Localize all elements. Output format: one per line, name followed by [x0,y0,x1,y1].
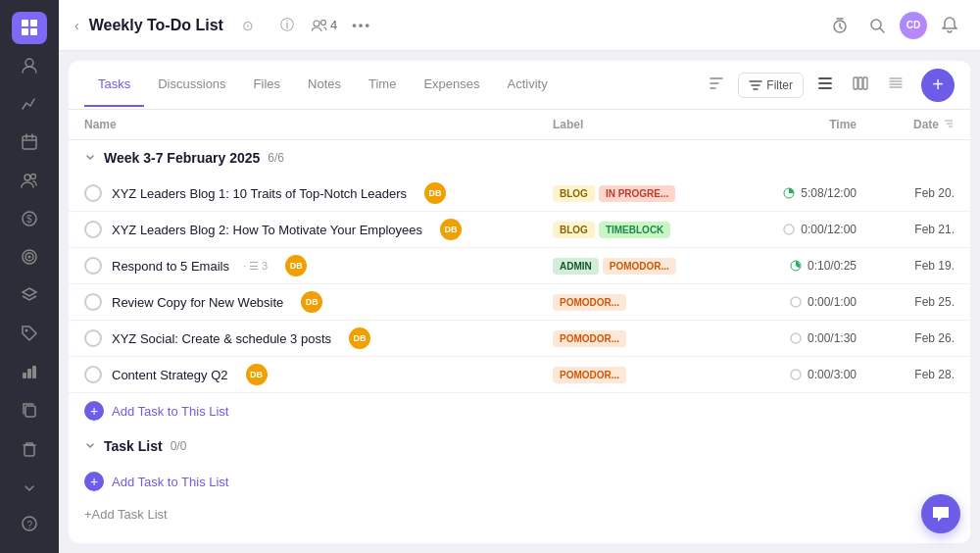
sidebar-icon-help[interactable]: ? [12,506,47,541]
svg-rect-5 [23,136,36,149]
chat-bubble-button[interactable] [921,494,960,533]
filter-button[interactable]: Filter [738,73,804,98]
sidebar-icon-people[interactable] [12,165,47,197]
sidebar-icon-dollar[interactable]: $ [12,203,47,235]
group-title: Task List [104,438,163,454]
table-row: Content Strategy Q2 DB POMODOR... 0:00/3… [69,357,970,393]
sidebar-icon-trash[interactable] [12,431,47,467]
sidebar-icon-grid[interactable] [12,12,47,44]
task-avatar: DB [349,327,370,349]
task-checkbox[interactable] [84,329,102,347]
task-checkbox[interactable] [84,293,102,311]
sidebar-icon-user[interactable] [12,50,47,82]
table-row: XYZ Leaders Blog 2: How To Motivate Your… [69,212,970,248]
table-row: Respond to 5 Emails · ☰ 3 DB ADMIN POMOD… [69,248,970,284]
svg-rect-0 [22,20,28,26]
table-header: Name Label Time Date [69,110,970,140]
label-blog[interactable]: BLOG [553,222,595,238]
main-area: ‹ Weekly To-Do List ⊙ ⓘ 4 ••• CD [59,0,980,553]
date-cell: Feb 20. [857,186,955,200]
task-subtask: · ☰ 3 [243,260,268,273]
label-status[interactable]: POMODOR... [553,294,626,311]
task-checkbox[interactable] [84,366,102,383]
back-button[interactable]: ‹ [74,18,79,33]
time-cell: 0:10/0:25 [729,259,857,273]
tab-discussions[interactable]: Discussions [144,63,239,107]
time-cell: 0:00/1:00 [729,295,857,309]
svg-rect-18 [23,373,26,378]
status-icon[interactable]: ⊙ [233,11,263,40]
task-avatar: DB [246,364,268,385]
date-cell: Feb 19. [857,259,955,273]
time-value: 0:10/0:25 [808,259,857,273]
svg-text:?: ? [27,520,33,530]
date-cell: Feb 28. [857,368,955,381]
svg-point-54 [791,370,801,379]
header-name: Name [84,118,553,131]
add-task-list-button[interactable]: +Add Task List [69,499,970,529]
sidebar-icon-calendar[interactable] [12,126,47,159]
svg-point-10 [31,175,36,179]
view-density-button[interactable] [882,73,909,98]
sidebar-icon-target[interactable] [12,240,47,273]
label-status[interactable]: POMODOR... [553,330,626,347]
task-checkbox[interactable] [84,257,102,275]
sort-button[interactable] [703,73,730,98]
svg-rect-20 [32,366,36,378]
svg-point-52 [791,297,801,307]
date-cell: Feb 26. [857,331,955,345]
sidebar-icon-collapse[interactable] [12,471,47,506]
view-list-button[interactable] [811,73,839,98]
add-task-button[interactable]: + [921,69,955,102]
time-cell: 0:00/1:30 [729,331,857,345]
svg-point-4 [25,59,33,67]
avatar[interactable]: CD [900,12,927,39]
sidebar-icon-bar-chart[interactable] [12,355,47,387]
sidebar-icon-tag[interactable] [12,317,47,349]
task-name: XYZ Social: Create & schedule 3 posts [112,331,331,346]
tab-activity[interactable]: Activity [494,63,562,107]
label-cell: POMODOR... [553,330,729,347]
search-icon[interactable] [862,11,892,40]
table-row: Review Copy for New Website DB POMODOR..… [69,284,970,321]
time-value: 0:00/12:00 [801,223,857,236]
view-column-button[interactable] [847,73,874,98]
svg-rect-2 [22,28,28,35]
label-status[interactable]: IN PROGRE... [599,185,675,202]
svg-rect-41 [863,77,867,89]
bell-icon[interactable] [935,11,964,40]
task-checkbox[interactable] [84,221,102,238]
tab-files[interactable]: Files [240,63,294,107]
label-status[interactable]: TIMEBLOCK [599,222,670,238]
sidebar-icon-copy[interactable] [12,393,47,426]
sidebar: $ ? [0,0,59,553]
info-icon[interactable]: ⓘ [272,11,302,40]
svg-rect-21 [25,406,35,417]
add-task-row-2[interactable]: + Add Task to This List [69,464,970,499]
header-date: Date [857,118,955,131]
date-cell: Feb 25. [857,295,955,309]
task-checkbox[interactable] [84,184,102,202]
add-task-label: Add Task to This List [112,475,228,489]
tab-notes[interactable]: Notes [294,63,355,107]
tab-expenses[interactable]: Expenses [410,63,493,107]
add-task-row-1[interactable]: + Add Task to This List [69,393,970,428]
time-value: 0:00/1:30 [808,331,857,345]
sidebar-icon-chart[interactable] [12,88,47,121]
time-cell: 0:00/12:00 [729,223,857,236]
label-status[interactable]: POMODOR... [553,367,626,383]
label-admin[interactable]: ADMIN [553,258,599,275]
task-avatar: DB [301,291,322,313]
tab-time[interactable]: Time [355,63,410,107]
timer-icon[interactable] [825,11,855,40]
label-status[interactable]: POMODOR... [603,258,676,275]
more-icon[interactable]: ••• [347,11,376,40]
member-count[interactable]: 4 [312,18,337,32]
label-cell: POMODOR... [553,294,729,311]
tab-tasks[interactable]: Tasks [84,63,144,107]
sidebar-icon-layers[interactable] [12,278,47,311]
label-blog[interactable]: BLOG [553,185,595,202]
time-value: 0:00/1:00 [808,295,857,309]
tabbar-actions: Filter + [703,69,955,102]
svg-rect-40 [858,77,862,89]
